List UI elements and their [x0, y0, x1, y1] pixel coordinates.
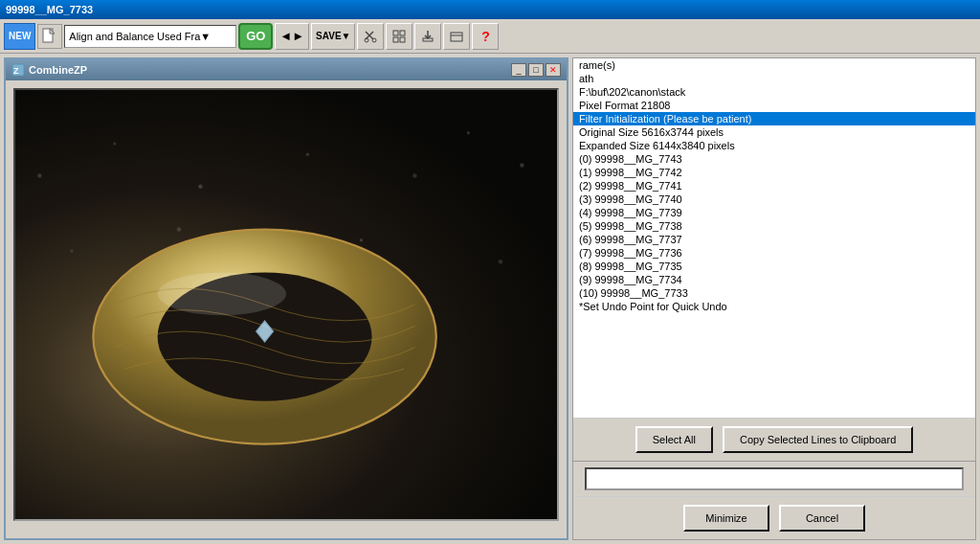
- main-area: Z CombineZP _ □ ✕: [0, 54, 980, 544]
- combine-window-title: CombineZP: [29, 64, 87, 76]
- log-item[interactable]: Original Size 5616x3744 pixels: [573, 125, 975, 139]
- svg-rect-7: [400, 31, 405, 35]
- log-item[interactable]: Pixel Format 21808: [573, 99, 975, 112]
- cut-button[interactable]: [357, 23, 384, 50]
- log-item[interactable]: (3) 99998__MG_7740: [573, 193, 975, 206]
- window-button[interactable]: [443, 23, 470, 50]
- scissors-icon: [364, 30, 377, 43]
- help-button[interactable]: ?: [472, 23, 499, 50]
- ring-image: [15, 90, 557, 519]
- log-item[interactable]: rame(s): [573, 58, 975, 72]
- log-item[interactable]: (2) 99998__MG_7741: [573, 179, 975, 193]
- log-list[interactable]: rame(s)athF:\buf\202\canon\stackPixel Fo…: [573, 58, 975, 419]
- download-button[interactable]: [414, 23, 441, 50]
- window-icon: [450, 30, 463, 43]
- svg-point-30: [158, 272, 286, 315]
- svg-text:Z: Z: [13, 66, 19, 76]
- log-item[interactable]: (5) 99998__MG_7738: [573, 219, 975, 233]
- svg-point-25: [177, 227, 181, 231]
- svg-rect-8: [393, 37, 398, 42]
- log-item[interactable]: ath: [573, 72, 975, 85]
- svg-point-21: [412, 173, 416, 177]
- grid-button[interactable]: [386, 23, 412, 50]
- log-item[interactable]: (4) 99998__MG_7739: [573, 206, 975, 219]
- minimize-win-button[interactable]: _: [511, 63, 526, 77]
- log-item[interactable]: (7) 99998__MG_7736: [573, 246, 975, 260]
- select-all-button[interactable]: Select All: [635, 426, 713, 453]
- log-item[interactable]: Filter Initialization (Please be patient…: [573, 112, 975, 125]
- log-item[interactable]: F:\buf\202\canon\stack: [573, 85, 975, 99]
- svg-rect-9: [400, 37, 405, 42]
- svg-rect-12: [451, 33, 462, 41]
- svg-point-20: [306, 153, 309, 156]
- svg-point-26: [360, 238, 363, 241]
- arrows-button[interactable]: ◄►: [275, 23, 309, 50]
- right-panel: rame(s)athF:\buf\202\canon\stackPixel Fo…: [572, 57, 976, 540]
- log-item[interactable]: (0) 99998__MG_7743: [573, 152, 975, 166]
- copy-clipboard-button[interactable]: Copy Selected Lines to Clipboard: [723, 426, 913, 453]
- window-controls: _ □ ✕: [511, 63, 561, 77]
- close-win-button[interactable]: ✕: [546, 63, 561, 77]
- download-icon: [421, 30, 434, 43]
- combine-window: Z CombineZP _ □ ✕: [4, 57, 568, 540]
- go-button[interactable]: GO: [238, 23, 273, 50]
- input-row: [573, 462, 975, 496]
- operation-dropdown[interactable]: Align and Balance Used Fra▼: [64, 25, 236, 48]
- svg-point-19: [198, 185, 202, 189]
- log-item[interactable]: Expanded Size 6144x3840 pixels: [573, 139, 975, 152]
- cancel-button[interactable]: Cancel: [779, 505, 865, 532]
- log-item[interactable]: (10) 99998__MG_7733: [573, 286, 975, 300]
- text-input[interactable]: [585, 467, 964, 490]
- new-button[interactable]: NEW: [4, 23, 35, 50]
- title-bar: 99998__MG_7733: [0, 0, 980, 19]
- minimize-button[interactable]: Minimize: [683, 505, 769, 532]
- document-icon: [42, 28, 57, 45]
- svg-point-24: [70, 249, 73, 252]
- combine-window-icon: Z: [11, 63, 25, 77]
- log-item[interactable]: (9) 99998__MG_7734: [573, 273, 975, 286]
- log-item[interactable]: (1) 99998__MG_7742: [573, 166, 975, 179]
- svg-point-17: [37, 173, 41, 177]
- bottom-buttons-row: Minimize Cancel: [573, 496, 975, 539]
- log-item[interactable]: (8) 99998__MG_7735: [573, 260, 975, 273]
- image-container: [13, 88, 559, 521]
- grid-icon: [392, 30, 406, 43]
- combine-title-bar: Z CombineZP _ □ ✕: [6, 59, 567, 80]
- log-item[interactable]: *Set Undo Point for Quick Undo: [573, 300, 975, 313]
- svg-point-23: [520, 163, 523, 167]
- toolbar: NEW Align and Balance Used Fra▼ GO ◄► SA…: [0, 19, 980, 54]
- svg-point-22: [467, 131, 470, 134]
- action-buttons-row: Select All Copy Selected Lines to Clipbo…: [573, 419, 975, 462]
- window-title: 99998__MG_7733: [6, 4, 93, 15]
- restore-win-button[interactable]: □: [528, 63, 544, 77]
- combine-content: [6, 80, 567, 538]
- log-item[interactable]: (6) 99998__MG_7737: [573, 233, 975, 246]
- save-button[interactable]: SAVE▼: [311, 23, 355, 50]
- svg-point-18: [113, 142, 116, 145]
- svg-point-5: [372, 38, 376, 42]
- file-icon[interactable]: [37, 24, 62, 49]
- svg-point-27: [499, 260, 502, 263]
- svg-rect-6: [393, 31, 398, 35]
